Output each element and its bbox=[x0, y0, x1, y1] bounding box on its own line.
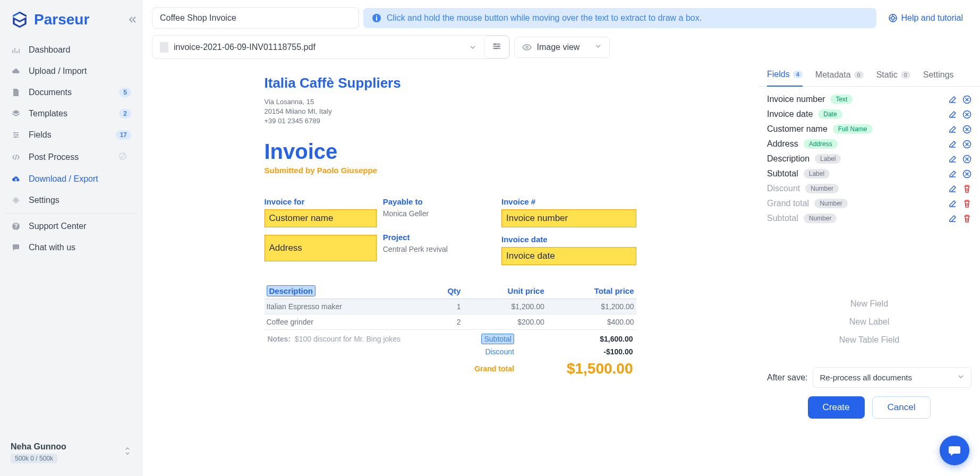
sidebar-item-chat[interactable]: Chat with us bbox=[4, 237, 138, 258]
sidebar-item-settings[interactable]: Settings bbox=[4, 190, 138, 211]
tab-label: Settings bbox=[923, 70, 954, 80]
document-viewer[interactable]: Italia Caffè Suppliers Via Losanna, 15 2… bbox=[142, 59, 758, 476]
sidebar-collapse-button[interactable] bbox=[126, 13, 140, 28]
highlight-invoice-number[interactable]: Invoice number bbox=[501, 209, 636, 227]
field-row[interactable]: Invoice dateDate bbox=[767, 107, 972, 122]
grand-total-value: $1,500.00 bbox=[517, 359, 635, 379]
create-button[interactable]: Create bbox=[808, 396, 865, 419]
chat-icon bbox=[11, 242, 21, 253]
edit-icon[interactable] bbox=[948, 184, 957, 193]
trash-icon[interactable] bbox=[962, 214, 972, 223]
tab-badge: 0 bbox=[901, 71, 910, 79]
edit-icon[interactable] bbox=[948, 110, 957, 119]
sidebar-item-support[interactable]: Support Center bbox=[4, 216, 138, 237]
field-row[interactable]: Customer nameFull Name bbox=[767, 122, 972, 137]
field-row[interactable]: SubtotalNumber bbox=[767, 211, 972, 226]
svg-point-1 bbox=[17, 134, 19, 136]
nav-badge: 2 bbox=[119, 109, 131, 118]
supplier-address-2: 20154 Milano MI, Italy bbox=[265, 107, 636, 115]
remove-icon[interactable] bbox=[962, 155, 972, 164]
help-link[interactable]: Help and tutorial bbox=[881, 9, 970, 27]
tab-metadata[interactable]: Metadata 0 bbox=[815, 65, 864, 86]
topbar: Click and hold the mouse button while mo… bbox=[142, 0, 980, 29]
highlight-address[interactable]: Address bbox=[265, 235, 377, 261]
sidebar-item-dashboard[interactable]: Dashboard bbox=[4, 39, 138, 61]
remove-icon[interactable] bbox=[962, 95, 972, 104]
col-unit-price: Unit price bbox=[463, 283, 546, 299]
document-icon bbox=[11, 87, 21, 98]
remove-icon[interactable] bbox=[962, 110, 972, 119]
sidebar-item-download[interactable]: Download / Export bbox=[4, 168, 138, 190]
document-name-select[interactable]: invoice-2021-06-09-INV01118755.pdf bbox=[152, 37, 484, 58]
label-invoice-number: Invoice # bbox=[501, 197, 636, 206]
field-type-tag: Label bbox=[815, 154, 841, 164]
trash-icon[interactable] bbox=[962, 184, 972, 193]
sidebar-item-fields[interactable]: Fields 17 bbox=[4, 124, 138, 146]
chat-widget-button[interactable] bbox=[940, 436, 969, 465]
edit-icon[interactable] bbox=[948, 214, 957, 223]
svg-point-0 bbox=[14, 132, 15, 134]
remove-icon[interactable] bbox=[962, 169, 972, 178]
after-save-select[interactable]: Re-process all documents bbox=[813, 367, 972, 388]
item-desc: Coffee grinder bbox=[265, 314, 428, 330]
new-table-field-button[interactable]: New Table Field bbox=[767, 331, 972, 349]
edit-icon[interactable] bbox=[948, 125, 957, 134]
field-name: Address bbox=[767, 139, 798, 149]
svg-point-2 bbox=[15, 137, 16, 138]
highlight-customer-name[interactable]: Customer name bbox=[265, 209, 377, 227]
nav-badge: 5 bbox=[119, 88, 131, 97]
svg-point-11 bbox=[526, 46, 528, 48]
edit-icon[interactable] bbox=[948, 95, 957, 104]
edit-icon[interactable] bbox=[948, 169, 957, 178]
field-row[interactable]: Grand totalNumber bbox=[767, 196, 972, 211]
field-name: Subtotal bbox=[767, 214, 798, 223]
after-save-value: Re-process all documents bbox=[820, 373, 911, 382]
cancel-button[interactable]: Cancel bbox=[872, 396, 931, 419]
sidebar-item-templates[interactable]: Templates 2 bbox=[4, 103, 138, 124]
field-row[interactable]: SubtotalLabel bbox=[767, 166, 972, 181]
notes-text: $100 discount for Mr. Bing jokes bbox=[295, 335, 400, 343]
edit-icon[interactable] bbox=[948, 155, 957, 164]
trash-icon[interactable] bbox=[962, 199, 972, 208]
item-total: $400.00 bbox=[547, 314, 636, 330]
supplier-phone: +39 01 2345 6789 bbox=[265, 117, 636, 125]
user-menu[interactable]: Neha Gunnoo 500k 0 / 500k bbox=[4, 436, 138, 470]
highlight-subtotal-label[interactable]: Subtotal bbox=[481, 334, 514, 344]
new-field-button[interactable]: New Field bbox=[767, 295, 972, 313]
field-row[interactable]: Invoice numberText bbox=[767, 92, 972, 107]
edit-icon[interactable] bbox=[948, 199, 957, 208]
sidebar-item-post-process[interactable]: Post Process bbox=[4, 146, 138, 168]
new-label-button[interactable]: New Label bbox=[767, 313, 972, 331]
info-icon bbox=[372, 13, 381, 23]
tab-settings[interactable]: Settings bbox=[923, 65, 954, 86]
field-type-tag: Number bbox=[804, 214, 837, 223]
field-row[interactable]: DiscountNumber bbox=[767, 181, 972, 196]
edit-icon[interactable] bbox=[948, 140, 957, 149]
sidebar: Parseur Dashboard Upload / Import Docume… bbox=[0, 0, 142, 476]
field-row[interactable]: DescriptionLabel bbox=[767, 151, 972, 166]
supplier-name: Italia Caffè Suppliers bbox=[265, 75, 636, 91]
filter-button[interactable] bbox=[484, 36, 509, 58]
highlight-description-header[interactable]: Description bbox=[267, 285, 316, 296]
adjustments-icon bbox=[11, 130, 21, 140]
mailbox-name-input[interactable] bbox=[152, 7, 359, 29]
remove-icon[interactable] bbox=[962, 125, 972, 134]
highlight-invoice-date[interactable]: Invoice date bbox=[501, 247, 636, 265]
item-total: $1,200.00 bbox=[547, 299, 636, 314]
field-type-tag: Label bbox=[804, 169, 830, 178]
view-mode-select[interactable]: Image view bbox=[514, 37, 610, 58]
main: Click and hold the mouse button while mo… bbox=[142, 0, 980, 476]
tab-fields[interactable]: Fields 4 bbox=[767, 65, 803, 87]
field-row[interactable]: AddressAddress bbox=[767, 137, 972, 151]
sidebar-item-documents[interactable]: Documents 5 bbox=[4, 82, 138, 103]
sidebar-item-upload[interactable]: Upload / Import bbox=[4, 61, 138, 82]
remove-icon[interactable] bbox=[962, 140, 972, 149]
submitted-by: Submitted by Paolo Giuseppe bbox=[265, 166, 636, 175]
svg-point-7 bbox=[891, 16, 894, 20]
chat-bubble-icon bbox=[947, 443, 962, 458]
brand-logo[interactable]: Parseur bbox=[4, 6, 138, 39]
tab-static[interactable]: Static 0 bbox=[876, 65, 910, 86]
invoice-title: Invoice bbox=[265, 140, 636, 164]
gear-icon bbox=[11, 195, 21, 206]
nav: Dashboard Upload / Import Documents 5 Te… bbox=[4, 39, 138, 436]
